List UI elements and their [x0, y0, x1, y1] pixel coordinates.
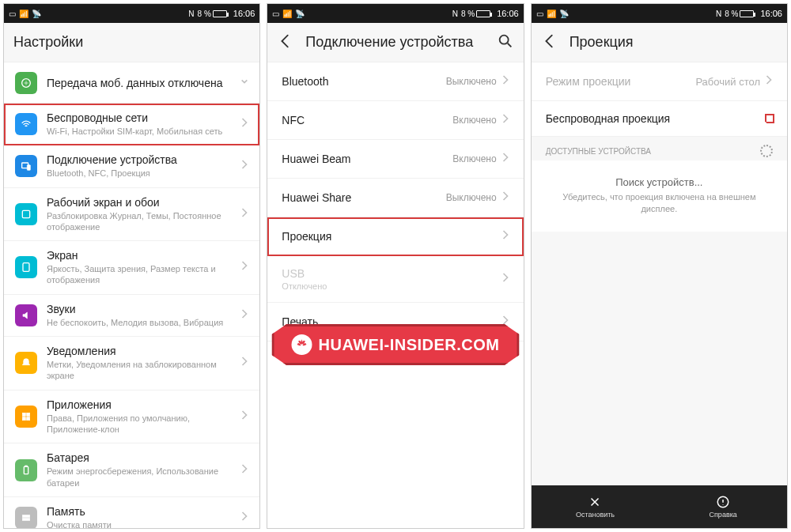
help-button[interactable]: Справка — [659, 485, 787, 528]
connection-list: Bluetooth Выключено NFC Включено Huawei … — [267, 62, 523, 528]
settings-list: Передача моб. данных отключена Беспровод… — [4, 62, 259, 528]
stop-button[interactable]: Остановить — [532, 485, 660, 528]
row-subtitle: Метки, Уведомления на заблокированном эк… — [47, 359, 231, 382]
row-title: Приложения — [47, 398, 231, 411]
bottom-bar: Остановить Справка — [532, 485, 787, 528]
row-title: Подключение устройства — [47, 153, 231, 166]
bell-icon — [15, 352, 37, 374]
svg-rect-8 — [27, 417, 30, 421]
projection-list: Режим проекции Рабочий стол Беспроводная… — [532, 62, 787, 485]
status-bar: ▭ 📶 📡 N 8 % 16:06 — [267, 4, 523, 23]
nfc-icon: N — [452, 9, 458, 18]
row-usb: USB Отключено — [267, 256, 523, 303]
header: Подключение устройства — [267, 23, 523, 62]
row-sounds[interactable]: Звуки Не беспокоить, Мелодия вызова, Виб… — [4, 295, 259, 337]
clock: 16:06 — [497, 9, 519, 18]
watermark: HUAWEI-INSIDER.COM — [272, 324, 520, 365]
row-huawei-beam[interactable]: Huawei Beam Включено — [267, 140, 523, 179]
sound-icon — [15, 304, 37, 326]
row-apps[interactable]: Приложения Права, Приложения по умолчани… — [4, 391, 259, 444]
header: Проекция — [532, 23, 787, 62]
row-projection[interactable]: Проекция — [267, 217, 523, 256]
chevron-right-icon — [501, 112, 509, 128]
chevron-right-icon — [240, 116, 248, 132]
chevron-right-icon — [240, 355, 248, 371]
screen-settings: ▭ 📶 📡 N 8 % 16:06 Настройки Передача моб… — [3, 3, 260, 529]
row-battery[interactable]: Батарея Режим энергосбережения, Использо… — [4, 443, 259, 497]
row-subtitle: Яркость, Защита зрения, Размер текста и … — [47, 263, 231, 286]
chevron-right-icon — [501, 190, 509, 206]
row-title: Звуки — [47, 303, 231, 315]
chevron-right-icon — [501, 74, 509, 89]
watermark-text: HUAWEI-INSIDER.COM — [319, 336, 500, 354]
row-title: Уведомления — [47, 345, 231, 357]
chevron-right-icon — [240, 158, 248, 174]
svg-rect-12 — [22, 519, 29, 521]
row-notifications[interactable]: Уведомления Метки, Уведомления на заблок… — [4, 337, 259, 391]
row-huawei-share[interactable]: Huawei Share Выключено — [267, 179, 523, 217]
chevron-right-icon — [240, 462, 248, 478]
svg-rect-9 — [24, 466, 28, 474]
apps-icon — [15, 406, 37, 428]
svg-rect-11 — [22, 515, 29, 518]
status-bar: ▭ 📶 📡 N 8 % 16:06 — [4, 4, 259, 23]
chevron-right-icon — [765, 74, 773, 89]
wallpaper-icon — [15, 203, 37, 225]
row-storage[interactable]: Память Очистка памяти — [4, 497, 259, 528]
row-device-connection[interactable]: Подключение устройства Bluetooth, NFC, П… — [4, 145, 259, 187]
battery-indicator: 8 % — [461, 9, 490, 18]
row-subtitle: Bluetooth, NFC, Проекция — [47, 168, 231, 179]
header: Настройки — [4, 23, 259, 62]
wifi-icon — [15, 113, 37, 135]
loading-spinner-icon — [760, 145, 773, 157]
row-projection-mode[interactable]: Режим проекции Рабочий стол — [532, 62, 787, 101]
row-bluetooth[interactable]: Bluetooth Выключено — [267, 62, 523, 101]
volte-icon: ▭ — [272, 9, 279, 18]
row-title: Экран — [47, 249, 231, 262]
back-button[interactable] — [277, 32, 294, 53]
row-home-wallpaper[interactable]: Рабочий экран и обои Разблокировка Журна… — [4, 188, 259, 242]
svg-point-13 — [499, 35, 508, 43]
huawei-logo-icon — [292, 334, 312, 355]
svg-rect-7 — [22, 417, 25, 421]
svg-rect-5 — [22, 413, 25, 416]
row-subtitle: Не беспокоить, Мелодия вызова, Вибрация — [47, 317, 231, 328]
row-wireless-networks[interactable]: Беспроводные сети Wi-Fi, Настройки SIM-к… — [4, 104, 259, 145]
battery-icon — [15, 459, 37, 481]
signal-icon: 📶 — [547, 9, 556, 18]
page-title: Подключение устройства — [305, 34, 485, 51]
svg-rect-4 — [23, 263, 29, 272]
row-mobile-data[interactable]: Передача моб. данных отключена — [4, 62, 259, 104]
search-button[interactable] — [497, 32, 514, 53]
row-subtitle: Разблокировка Журнал, Темы, Постоянное о… — [47, 210, 231, 233]
chevron-right-icon — [240, 259, 248, 275]
chevron-right-icon — [501, 151, 509, 167]
row-nfc[interactable]: NFC Включено — [267, 101, 523, 140]
row-subtitle: Режим энергосбережения, Использование ба… — [47, 466, 231, 489]
chevron-right-icon — [240, 409, 248, 424]
row-subtitle: Wi-Fi, Настройки SIM-карт, Мобильная сет… — [47, 126, 231, 137]
highlight-box — [766, 115, 773, 122]
row-wireless-projection: Беспроводная проекция — [532, 101, 787, 137]
row-subtitle: Права, Приложения по умолчанию, Приложен… — [47, 413, 231, 436]
row-title: Батарея — [47, 451, 231, 464]
row-title: Рабочий экран и обои — [47, 196, 231, 209]
status-bar: ▭ 📶 📡 N 8 % 16:06 — [532, 4, 787, 23]
row-display[interactable]: Экран Яркость, Защита зрения, Размер тек… — [4, 241, 259, 295]
screen-projection: ▭ 📶 📡 N 8 % 16:06 Проекция Режим проекци… — [531, 3, 788, 529]
clock: 16:06 — [233, 9, 255, 18]
nfc-icon: N — [188, 9, 194, 18]
wifi-icon: 📡 — [295, 9, 305, 18]
section-available-devices: ДОСТУПНЫЕ УСТРОЙСТВА — [532, 137, 787, 160]
chevron-right-icon — [240, 206, 248, 222]
row-title: Передача моб. данных отключена — [47, 77, 231, 89]
storage-icon — [15, 507, 37, 528]
svg-rect-10 — [25, 466, 28, 466]
row-title: Беспроводные сети — [47, 111, 231, 124]
chevron-right-icon — [501, 271, 509, 287]
clock: 16:06 — [760, 9, 782, 18]
signal-icon: 📶 — [19, 9, 28, 18]
back-button[interactable] — [541, 32, 558, 53]
svg-rect-2 — [27, 165, 30, 171]
battery-indicator: 8 % — [198, 9, 227, 18]
